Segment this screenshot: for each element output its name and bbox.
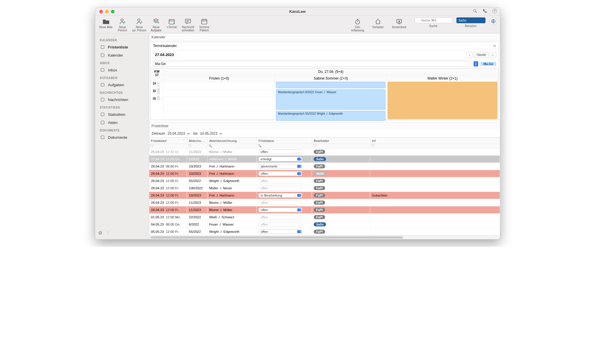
status-select[interactable]: offen⌄ (259, 222, 302, 227)
column-filter[interactable] (149, 144, 187, 148)
table-row[interactable]: 27.04.23 12:00 Do.5/2023Vetterson ./. Wü… (149, 156, 500, 163)
termine-patient-button[interactable]: Termine Patient (198, 17, 210, 32)
neue-jur-person-button[interactable]: + Neue jur. Person (132, 17, 146, 32)
calendar-today-button[interactable]: Heute (474, 52, 488, 58)
status-select[interactable]: offen▴▾ (259, 171, 302, 176)
table-row[interactable]: 28.04.23 12:00 Fr.10/2023Frei ./. Hartma… (149, 170, 500, 177)
search-input[interactable] (415, 17, 452, 23)
user-select[interactable]: SaSo (456, 17, 485, 23)
calendar-filter-select[interactable]: Ma-Ge (153, 61, 471, 67)
window-title: KanzLaw (95, 9, 500, 14)
table-row[interactable]: 28.04.23 08:00 Fr.10/2023Frei ./. Hartma… (149, 163, 500, 170)
filter-chip[interactable]: Ma-Ge (481, 62, 496, 66)
fristen-from-input[interactable]: 25.04.2023 (168, 131, 185, 136)
column-filter[interactable] (312, 144, 370, 148)
status-select[interactable]: offen⌄ (259, 179, 302, 183)
neue-person-button[interactable]: + Neue Person (117, 17, 128, 32)
filter-stepper[interactable] (474, 61, 478, 66)
status-select[interactable]: offen⌄ (259, 215, 302, 219)
calendar-event-partial[interactable] (276, 82, 386, 88)
column-header[interactable]: Inf (370, 138, 500, 144)
globe-button[interactable] (490, 17, 497, 25)
bearbeiter-badge: FaPf (314, 215, 325, 219)
calendar-event[interactable]: Mandantengespräch 8/2022 Feuer ./. Wasse… (276, 89, 386, 110)
fristen-table-wrap: ⚙ Fristablauf⌃Aktennu…AktenbezeichnungFr… (149, 138, 500, 235)
calendar-date-input[interactable]: 27.04.2023 (153, 52, 176, 58)
from-stepper[interactable]: ▴▾ (187, 133, 191, 135)
calendar-settings-icon[interactable]: ⚙ (493, 44, 496, 48)
sidebar-item-statistiken[interactable]: Statistiken (95, 110, 149, 118)
column-header[interactable]: Friststatus (257, 138, 312, 144)
table-row[interactable]: 04.05.23 06:00 Do.8/2022Feuer ./. Wasser… (149, 221, 500, 228)
phone-icon[interactable] (483, 9, 487, 15)
sidebar-item-akten[interactable]: Akten (95, 118, 149, 127)
status-select[interactable]: in Bearbeitung▴▾ (259, 193, 302, 198)
table-row[interactable]: 05.05.23 12:00 Fr.55/2022Wright ./. Edge… (149, 228, 500, 235)
svg-rect-27 (101, 69, 104, 72)
screenlock-button[interactable]: Screenlock (392, 17, 406, 29)
svg-text:+: + (124, 20, 126, 24)
sidebar-item-label: Akten (108, 120, 118, 125)
help-icon[interactable]: ? (492, 9, 497, 13)
bearbeiter-badge: FaPf (314, 208, 325, 212)
sidebar-heading: NACHRICHTEN (95, 89, 149, 95)
table-row[interactable]: 28.04.23 12:00 Fr.100/2022Müller ./. Neu… (149, 185, 500, 192)
column-header[interactable]: Aktennu… (187, 138, 207, 144)
calendar-slot-winter[interactable] (387, 82, 498, 120)
neue-aufgabe-button[interactable]: + Neue Aufgabe (150, 17, 162, 32)
status-select[interactable]: offen⌄ (259, 186, 302, 190)
status-select[interactable]: erledigt▴▾ (259, 157, 302, 161)
calendar-slot-fristen[interactable] (164, 82, 275, 120)
calendar-next-button[interactable]: › (490, 52, 496, 58)
sidebar-item-inbox[interactable]: Inbox (95, 66, 149, 74)
status-select[interactable]: offen▴▾ (259, 208, 302, 212)
table-row[interactable]: 28.04.23 12:00 Fr.10/2023Frei ./. Hartma… (149, 192, 500, 199)
calendar-slot-sommer[interactable]: Mandantengespräch 8/2022 Feuer ./. Wasse… (275, 82, 387, 120)
svg-rect-31 (101, 121, 104, 124)
sidebar-item-dokumente[interactable]: Dokumente (95, 133, 149, 141)
sidebar-item-kalender[interactable]: Kalender (95, 51, 149, 59)
column-filter[interactable] (187, 144, 207, 148)
status-select[interactable]: offen▴▾ (259, 229, 302, 234)
bearbeiter-badge: FaPf (314, 186, 325, 190)
table-row[interactable]: 01.05.23 12:00 Mo.22/2022Weiß ./. Schwar… (149, 214, 500, 221)
status-select[interactable]: offen (259, 149, 302, 154)
table-row[interactable]: 28.04.23 12:00 Fr.55/2022Wright ./. Edge… (149, 177, 500, 185)
status-select[interactable]: offen⌄ (259, 200, 302, 205)
fristen-to-input[interactable]: 10.05.2023 (200, 131, 217, 136)
sidebar-item-aufgaben[interactable]: Aufgaben (95, 81, 149, 89)
collapse-icon[interactable]: 〈 (105, 230, 109, 236)
sidebar-heading: STATISTIKEN (95, 104, 149, 110)
column-header[interactable]: Aktenbezeichnung (207, 138, 257, 144)
calendar-week-label: KW17 (151, 69, 164, 82)
svg-rect-26 (101, 54, 104, 57)
svg-text:+: + (173, 21, 175, 25)
neuer-termin-button[interactable]: + +Termin (166, 17, 178, 29)
column-filter[interactable] (370, 144, 500, 148)
calendar-event[interactable]: Mandantengespräch 55/2022 Wright ./. Edg… (276, 111, 386, 121)
column-filter[interactable]: 🔍 (207, 144, 257, 148)
sidebar-item-fristenliste[interactable]: Fristenliste (95, 43, 149, 51)
calendar-icon (200, 17, 209, 26)
sidebar-item-nachrichten[interactable]: Nachrichten (95, 95, 149, 104)
neue-akte-button[interactable]: + Neue Akte (99, 17, 113, 29)
svg-point-0 (473, 9, 476, 12)
calendar-subheading: Terminkalender (153, 44, 177, 48)
table-row[interactable]: 28.04.23 12:00 Fr.11/2023Blume ./. Mülle… (149, 199, 500, 206)
zeiterfassung-button[interactable]: Zeit- erfassung (351, 17, 364, 32)
gear-icon[interactable]: ⚙ (98, 230, 102, 236)
column-filter[interactable]: 🔍 (257, 144, 312, 148)
to-stepper[interactable]: ▴▾ (220, 133, 223, 135)
table-row[interactable]: 28.04.23 12:00 Fr.11/2023Blume ./. Mülle… (149, 206, 500, 214)
search-icon[interactable] (473, 9, 477, 15)
horizontal-scrollbar[interactable] (149, 235, 500, 239)
nachricht-schreiben-button[interactable]: Nachricht schreiben (182, 17, 194, 32)
calendar-col-header-1: Sabine Sommer (2+3) (275, 75, 387, 82)
vorladen-button[interactable]: Vorladen (372, 17, 384, 29)
column-header[interactable]: Bearbeiter (312, 138, 370, 144)
table-row[interactable]: 25.04.23 12:32 Di.11/2023Blume ./. Mülle… (149, 148, 500, 156)
column-header[interactable]: Fristablauf⌃ (149, 138, 187, 144)
calendar-prev-button[interactable]: ‹ (466, 52, 473, 58)
calendar-event-winter[interactable] (388, 82, 497, 119)
status-select[interactable]: abvermerkt▴▾ (259, 164, 302, 169)
